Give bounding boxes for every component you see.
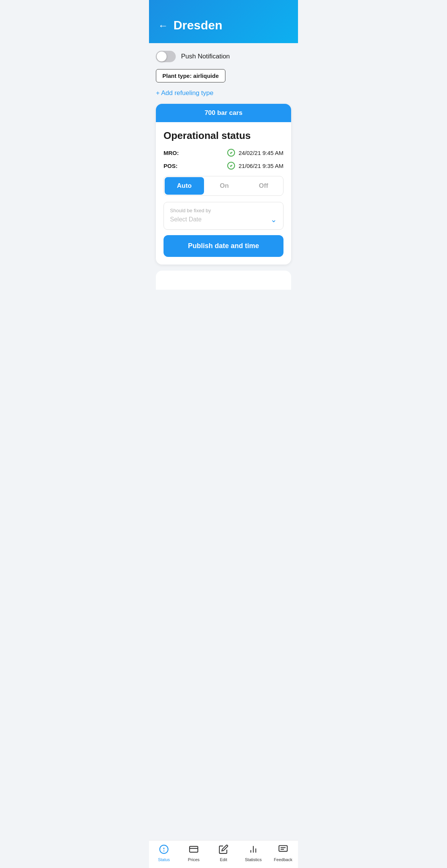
card-body: Operational status MRO: 24/02/21 9:45 AM… (156, 122, 291, 265)
mode-selector: Auto On Off (164, 176, 283, 196)
back-button[interactable]: ← (158, 21, 168, 31)
pos-label: POS: (164, 163, 178, 169)
date-picker[interactable]: Should be fixed by Select Date ⌄ (164, 202, 283, 230)
pos-date: 21/06/21 9:35 AM (238, 163, 283, 169)
mro-date: 24/02/21 9:45 AM (238, 150, 283, 156)
main-content: Push Notification Plant type: airliquide… (149, 43, 298, 320)
pos-check-icon (227, 161, 235, 170)
operational-status-card: 700 bar cars Operational status MRO: 24/… (156, 104, 291, 265)
mode-auto-button[interactable]: Auto (165, 177, 204, 195)
mro-row: MRO: 24/02/21 9:45 AM (164, 148, 283, 157)
partial-card (156, 271, 291, 290)
push-notification-toggle[interactable] (156, 51, 176, 62)
mode-on-button[interactable]: On (205, 176, 244, 195)
notification-label: Push Notification (181, 53, 230, 60)
card-header: 700 bar cars (156, 104, 291, 122)
mode-off-button[interactable]: Off (244, 176, 283, 195)
date-picker-value: Select Date (170, 216, 202, 223)
header: ← Dresden (149, 0, 298, 43)
pos-row: POS: 21/06/21 9:35 AM (164, 161, 283, 170)
pos-status-right: 21/06/21 9:35 AM (227, 161, 283, 170)
add-refueling-link[interactable]: + Add refueling type (156, 89, 291, 97)
page-title: Dresden (173, 18, 222, 32)
toggle-thumb (157, 52, 167, 61)
date-picker-row: Select Date ⌄ (170, 215, 277, 224)
publish-button[interactable]: Publish date and time (164, 235, 283, 257)
operational-status-title: Operational status (164, 130, 283, 142)
mro-check-icon (227, 148, 235, 157)
toggle-track (156, 51, 176, 62)
mro-status-right: 24/02/21 9:45 AM (227, 148, 283, 157)
card-header-title: 700 bar cars (204, 109, 242, 116)
notification-row: Push Notification (156, 51, 291, 62)
plant-type-badge[interactable]: Plant type: airliquide (156, 69, 225, 82)
date-picker-label: Should be fixed by (170, 208, 277, 213)
mro-label: MRO: (164, 150, 179, 156)
chevron-down-icon: ⌄ (270, 215, 277, 224)
